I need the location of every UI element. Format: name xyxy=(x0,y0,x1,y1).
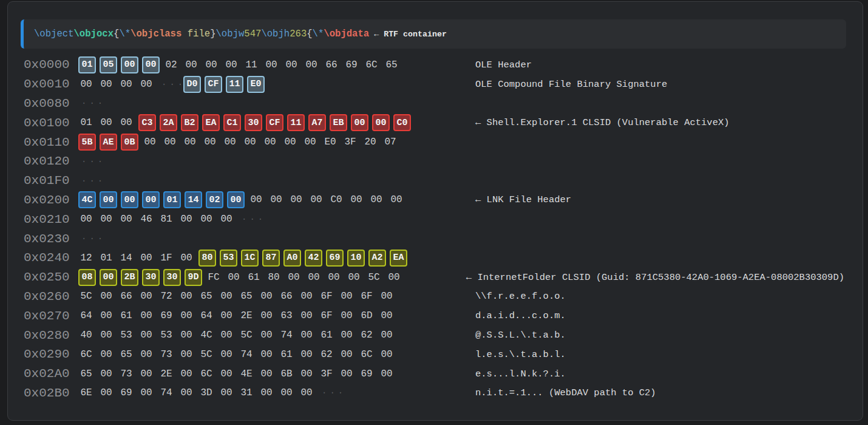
byte-area: 01050000020000001100000066696C65 xyxy=(78,56,475,73)
hex-byte: 00 xyxy=(303,59,319,70)
hex-byte-highlighted: 1C xyxy=(241,250,259,267)
hex-byte-highlighted: 30 xyxy=(245,114,262,131)
hexdump-row: 0x02B06E00690074003D0031000000···n.i.t.=… xyxy=(24,384,863,403)
ellipsis: ··· xyxy=(78,98,99,108)
row-annotation: n.i.t.=.1... (WebDAV path to C2) xyxy=(475,387,656,398)
hex-byte: 5C xyxy=(198,349,214,360)
hex-byte: 00 xyxy=(178,214,194,225)
hex-byte: 5C xyxy=(366,272,382,283)
hex-byte: 6F xyxy=(319,291,334,302)
rtf-token-brace: } xyxy=(210,29,215,39)
hex-byte: 66 xyxy=(118,291,134,302)
hex-byte: 00 xyxy=(178,369,194,379)
hex-byte: 00 xyxy=(98,214,114,225)
hex-byte-highlighted: 2A xyxy=(160,114,177,131)
hex-byte: 6D xyxy=(359,310,375,321)
hex-byte: 00 xyxy=(259,291,274,302)
hex-byte: 61 xyxy=(118,310,134,321)
hex-byte: 00 xyxy=(178,253,194,264)
hex-byte-highlighted: 30 xyxy=(163,269,181,286)
offset-label: 0x0010 xyxy=(24,77,78,91)
hex-byte: 00 xyxy=(286,272,302,283)
rtf-token-number: 263 xyxy=(290,29,307,39)
rtf-token-control: \objw xyxy=(216,29,245,39)
rtf-token-control: \objh xyxy=(261,29,290,39)
hex-byte-highlighted: 80 xyxy=(198,250,216,267)
hex-byte: 00 xyxy=(178,291,194,302)
hex-byte: 20 xyxy=(362,137,378,148)
hex-byte: 00 xyxy=(202,137,218,148)
hexdump-row: 0x0240120114001F0080531C87A0426910A2EA xyxy=(24,248,863,268)
hex-byte: 00 xyxy=(98,387,114,398)
hex-byte: 00 xyxy=(219,330,234,341)
hex-byte: 00 xyxy=(142,137,158,148)
hex-byte: 00 xyxy=(339,349,354,360)
hex-byte: 62 xyxy=(359,330,375,341)
hex-byte: 00 xyxy=(162,137,178,148)
hex-byte: 00 xyxy=(299,330,314,341)
hex-byte-highlighted: 00 xyxy=(227,191,245,208)
hex-byte: 6C xyxy=(198,369,214,379)
hex-byte: 00 xyxy=(138,349,154,360)
hex-byte: 00 xyxy=(138,369,154,379)
hex-byte: 6F xyxy=(359,291,375,302)
byte-area: ··· xyxy=(78,157,475,166)
hex-byte: 01 xyxy=(78,117,94,128)
hex-byte-highlighted: C3 xyxy=(138,114,156,131)
hex-byte: 00 xyxy=(259,387,274,398)
hex-byte-highlighted: EA xyxy=(390,250,407,267)
hexdump-panel: \object\objocx{\*\objclass file}\objw547… xyxy=(7,1,863,421)
hex-byte: 65 xyxy=(118,349,134,360)
hex-byte-highlighted: CF xyxy=(205,76,222,93)
hex-byte: 00 xyxy=(299,369,314,379)
hex-byte: 46 xyxy=(138,214,154,225)
hex-byte: 61 xyxy=(246,272,262,283)
byte-area: 4C0000000114020000000000C0000000 xyxy=(78,191,475,208)
offset-label: 0x0200 xyxy=(24,193,78,207)
hexdump-row: 0x001000000000···D0CF11E0OLE Compound Fi… xyxy=(24,75,863,94)
row-annotation: OLE Header xyxy=(475,59,532,70)
hex-byte: 00 xyxy=(203,59,219,70)
hex-byte: 65 xyxy=(239,291,254,302)
hexdump-row: 0x000001050000020000001100000066696C65OL… xyxy=(24,55,863,75)
hex-byte: 00 xyxy=(299,291,314,302)
offset-label: 0x0290 xyxy=(24,347,78,361)
row-annotation: @.S.S.L.\.t.a.b. xyxy=(475,330,566,341)
hex-byte: 00 xyxy=(299,349,314,360)
hex-byte: 00 xyxy=(138,253,154,264)
offset-label: 0x0270 xyxy=(24,309,78,323)
hex-byte-highlighted: 01 xyxy=(78,56,96,73)
byte-area: 00000000···D0CF11E0 xyxy=(78,76,475,93)
ellipsis: ··· xyxy=(239,214,259,224)
rtf-token-control: \* xyxy=(119,29,131,39)
hex-byte: 00 xyxy=(178,310,194,321)
hex-byte-highlighted: 00 xyxy=(142,191,160,208)
hex-byte: 00 xyxy=(219,310,234,321)
hex-byte-highlighted: 00 xyxy=(100,269,117,286)
row-annotation: l.e.s.\.t.a.b.l. xyxy=(475,349,566,360)
hex-byte-highlighted: 00 xyxy=(372,114,390,131)
hex-byte-highlighted: 5B xyxy=(78,134,96,151)
hex-byte: 3F xyxy=(319,369,334,379)
rtf-token-brace: { xyxy=(114,29,119,39)
hex-byte: E0 xyxy=(322,137,338,148)
hex-byte-highlighted: C0 xyxy=(393,114,411,131)
rtf-token-keyword-teal: \objocx xyxy=(74,29,114,39)
hex-byte: 72 xyxy=(158,291,174,302)
hex-byte: 00 xyxy=(219,291,234,302)
hex-byte: 00 xyxy=(98,349,114,360)
hex-byte-highlighted: 0B xyxy=(121,134,138,151)
hex-byte: 00 xyxy=(98,79,114,90)
hex-byte-highlighted: CF xyxy=(266,114,283,131)
rtf-code: \object\objocx{\*\objclass file}\objw547… xyxy=(34,29,369,39)
hex-byte-highlighted: 2B xyxy=(121,269,138,286)
hex-byte: 6C xyxy=(364,59,379,70)
row-annotation: ← Shell.Explorer.1 CLSID (Vulnerable Act… xyxy=(475,117,730,128)
hex-byte: 00 xyxy=(182,137,198,148)
hex-byte: 80 xyxy=(266,272,282,283)
hex-byte: 00 xyxy=(222,137,238,148)
hex-byte: 63 xyxy=(279,310,294,321)
hex-byte-highlighted: 14 xyxy=(185,191,202,208)
hex-byte: 00 xyxy=(268,194,284,205)
hexdump-row: 0x01F0··· xyxy=(24,171,863,191)
